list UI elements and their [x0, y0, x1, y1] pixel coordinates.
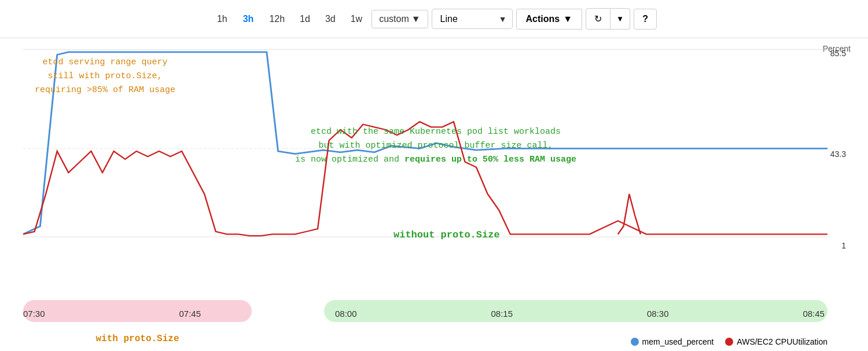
time-1h-button[interactable]: 1h: [211, 10, 233, 28]
help-button[interactable]: ?: [634, 9, 657, 30]
refresh-dropdown-button[interactable]: ▼: [610, 8, 630, 30]
refresh-button[interactable]: ↻: [586, 8, 610, 30]
actions-button[interactable]: Actions ▼: [516, 9, 583, 30]
help-icon: ?: [642, 14, 648, 24]
custom-time-button[interactable]: custom ▼: [372, 10, 428, 28]
time-label-0845: 08:45: [803, 309, 825, 319]
time-axis: 07:30 07:45 08:00 08:15 08:30 08:45: [23, 309, 825, 319]
time-label-0815: 08:15: [491, 309, 513, 319]
annotation-orange-top: etcd serving range query still with prot…: [35, 56, 175, 97]
actions-chevron-icon: ▼: [563, 14, 572, 24]
annotation-green-mid: etcd with the same Kubernetes pod list w…: [295, 125, 576, 167]
y-value-1: 1: [841, 241, 846, 250]
toolbar: 1h 3h 12h 1d 3d 1w custom ▼ Line Bar Are…: [0, 0, 868, 38]
chart-container: Percent 85.5 43.3 1 etcd serving range q…: [17, 38, 851, 351]
chevron-down-icon: ▼: [411, 14, 421, 24]
legend-label-red: AWS/EC2 CPUUtilization: [737, 337, 827, 346]
y-value-43: 43.3: [830, 149, 846, 159]
legend-item-red: AWS/EC2 CPUUtilization: [725, 337, 827, 346]
chart-type-select[interactable]: Line Bar Area: [432, 9, 513, 29]
time-1d-button[interactable]: 1d: [294, 10, 316, 28]
time-label-0800: 08:00: [335, 309, 357, 319]
time-3h-button[interactable]: 3h: [237, 10, 260, 28]
time-12h-button[interactable]: 12h: [263, 10, 290, 28]
chart-type-select-wrapper: Line Bar Area ▼: [432, 9, 513, 29]
legend-dot-blue: [631, 338, 639, 346]
annotation-green-bottom: without proto.Size: [393, 229, 500, 240]
time-1w-button[interactable]: 1w: [345, 10, 368, 28]
legend-item-blue: mem_used_percent: [631, 337, 714, 346]
chart-legend: mem_used_percent AWS/EC2 CPUUtilization: [631, 337, 827, 346]
actions-button-group: Actions ▼: [516, 9, 583, 30]
y-value-85: 85.5: [830, 49, 846, 58]
time-label-0830: 08:30: [647, 309, 669, 319]
refresh-button-group: ↻ ▼: [586, 8, 630, 30]
label-pink: with proto.Size: [23, 334, 252, 344]
legend-label-blue: mem_used_percent: [642, 337, 714, 346]
time-label-0745: 07:45: [179, 309, 201, 319]
refresh-icon: ↻: [594, 14, 602, 24]
refresh-dropdown-chevron-icon: ▼: [616, 14, 624, 23]
time-3d-button[interactable]: 3d: [319, 10, 341, 28]
legend-dot-red: [725, 338, 733, 346]
time-label-0730: 07:30: [23, 309, 45, 319]
